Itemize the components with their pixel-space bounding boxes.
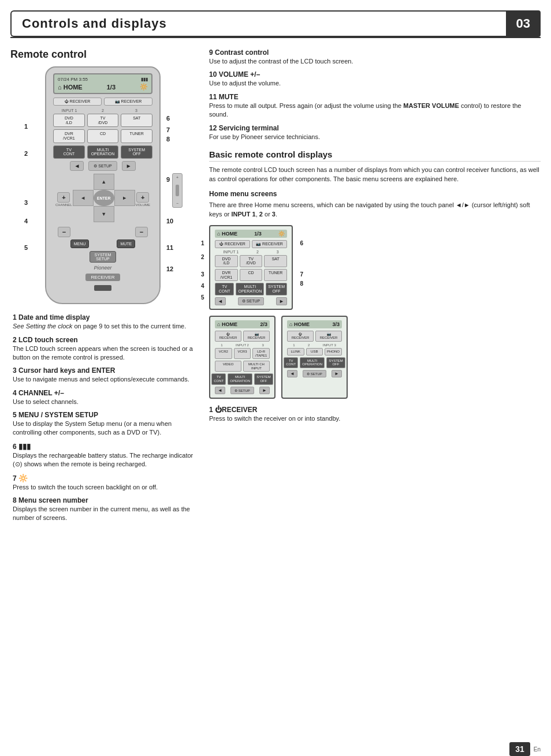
hsd2-tvcont[interactable]: TVCONT [211,373,226,384]
hsd-cd[interactable]: CD [240,269,263,281]
hsd3-usb[interactable]: USB [306,348,323,355]
system-setup-btn[interactable]: SYSTEMSETUP [90,251,117,263]
hsd2-vcr3[interactable]: VCR3 [234,348,251,359]
screen-2-3-row2: VIDEO MULTI CHINPUT [215,361,270,372]
hsd2-left[interactable]: ◄ [215,387,225,394]
contrast-slider[interactable]: + − [172,173,183,208]
btn-tv-dvd[interactable]: TV/DVD [87,114,119,127]
btn-dvr-vcr1[interactable]: DVR/VCR1 [53,129,85,143]
remote-diagram-container: 1 2 3 4 5 6 7 8 9 10 11 12 [22,66,184,304]
hsd-dvr[interactable]: DVR/VCR1 [215,269,238,281]
screen-2-3-row3: TVCONT MULTIOPERATION SYSTEMOFF [215,373,270,384]
screen-1-3-row3: TVCONT MULTIOPERATION SYSTEMOFF [215,283,287,295]
hsd3-multiop[interactable]: MULTIOPERATION [300,357,325,368]
volume-label: VOLUME [136,203,150,207]
hsd2-ldr-tape[interactable]: LD-R/TAPE1 [252,348,270,359]
btn-dvd-ld[interactable]: DVD/LD [53,114,85,127]
hsd2-video[interactable]: VIDEO [215,361,241,372]
btn-cd[interactable]: CD [87,129,119,143]
volume-minus[interactable]: − [135,227,148,237]
nav-enter[interactable]: ENTER [94,190,114,206]
desc-text-3: Use to navigate menus and select options… [13,375,195,384]
hsd-recv-1[interactable]: ⏻ RECEIVER [215,240,250,248]
hsd3-setup[interactable]: ⚙ SETUP [303,370,326,377]
hsd2-recv2[interactable]: 📷 RECEIVER [243,331,270,342]
hsd-setup[interactable]: ⚙ SETUP [238,297,264,305]
nav-left-arrow[interactable]: ◄ [70,161,84,171]
receiver-btn-1[interactable]: ⏻ RECEIVER [53,98,102,106]
channel-minus[interactable]: − [58,227,70,237]
hsd2-multiop[interactable]: MULTIOPERATION [228,373,252,384]
screen-1-3-header: ⌂ HOME 1/3 🔆 [215,230,287,238]
hsd-tv-cont[interactable]: TVCONT [215,283,234,295]
hsd2-multich[interactable]: MULTI CHINPUT [243,361,270,372]
desc-item-5: 5 MENU / SYSTEM SETUP Use to display the… [13,411,195,437]
hsd-dvd-ld[interactable]: DVD/LD [215,255,238,267]
desc-num-9: 9 [209,48,215,57]
desc-title-3: Cursor hard keys and ENTER [18,366,115,375]
hsd-sys-off[interactable]: SYSTEMOFF [266,283,287,295]
lcd-screen[interactable]: 07/24 PM 3:55 ▮▮▮ ⌂ HOME 1/3 🔆 [53,73,152,94]
hsd2-recv1[interactable]: ⏻ RECEIVER [215,331,241,342]
nav-up[interactable]: ▲ [94,174,114,190]
hsd-arrow-right[interactable]: ► [276,297,287,305]
hsd2-vcr2[interactable]: VCR2 [215,348,232,359]
menu-btn[interactable]: MENU [70,239,90,248]
hsd-multi-op[interactable]: MULTIOPERATION [236,283,264,295]
input-label-2: 2 [87,108,119,113]
hsd2-right[interactable]: ► [259,387,270,394]
screen-3-3-row1: LLINK USB PHONO [287,348,342,355]
screen-3-3: ⌂ HOME 3/3 ⏻ RECEIVER 📷 RECEIVER 1 2 INP… [281,316,348,399]
hsd3-phono[interactable]: PHONO [325,348,342,355]
hsd3-right[interactable]: ► [332,370,342,377]
desc-item-4: 4 CHANNEL +/– Use to select channels. [13,389,195,406]
volume-plus[interactable]: + [136,192,149,203]
home-icon-2: ⌂ HOME [217,321,237,327]
screen-callout-5: 5 [201,294,204,301]
hsd3-recv1[interactable]: ⏻ RECEIVER [287,331,314,342]
s3-in1: 1 [293,343,295,347]
setup-btn[interactable]: ⚙ SETUP [88,161,117,171]
hsd2-sysoff[interactable]: SYSTEMOFF [254,373,273,384]
hsd3-llink[interactable]: LLINK [287,348,304,355]
mute-btn[interactable]: MUTE [117,239,135,248]
basic-remote-title: Basic remote control displays [209,149,541,162]
screen-callout-7: 7 [300,271,303,278]
hsd3-recv2[interactable]: 📷 RECEIVER [315,331,342,342]
channel-plus[interactable]: + [57,192,70,203]
hsd-recv-2[interactable]: 📷 RECEIVER [252,240,287,248]
model-btn[interactable]: RECEIVER [85,274,121,281]
callout-11: 11 [166,244,173,251]
receiver-btn-2[interactable]: 📷 RECEIVER [104,98,152,106]
btn-multi-op[interactable]: MULTIOPERATION [87,145,119,159]
btn-tv-cont[interactable]: TVCONT [53,145,85,159]
btn-system-off[interactable]: SYSTEMOFF [121,145,152,159]
callout-1: 1 [24,123,28,130]
screen-1-3: ⌂ HOME 1/3 🔆 ⏻ RECEIVER 📷 RECEIVER INPUT… [209,225,293,310]
hsd-sat[interactable]: SAT [264,255,287,267]
hsd2-setup[interactable]: ⚙ SETUP [230,387,254,394]
callout-4: 4 [24,218,28,224]
screen-3-3-input-labels: 1 2 INPUT 3 [287,343,342,347]
menu-mute-row: MENU MUTE [53,239,152,248]
desc-text-4: Use to select channels. [13,398,195,406]
desc-text-recv: Press to switch the receiver on or into … [209,414,541,423]
hsd3-sysoff[interactable]: SYSTEMOFF [326,357,345,368]
screen-1-3-nav: ◄ ⚙ SETUP ► [215,297,287,305]
hsd-tuner[interactable]: TUNER [264,269,287,281]
hsd3-left[interactable]: ◄ [287,370,297,377]
nav-left[interactable]: ◄ [73,190,94,206]
nav-right[interactable]: ► [114,190,135,206]
btn-tuner[interactable]: TUNER [121,129,152,143]
screen-2-3-input-labels: 1 INPUT 2 3 [215,343,270,347]
model-row: RECEIVER [53,272,152,281]
nav-right-arrow[interactable]: ► [122,161,136,171]
channel-volume-minus-row: − − [53,227,152,237]
hsd3-tvcont[interactable]: TVCONT [284,357,298,368]
lcd-backlight: 🔆 [140,83,148,91]
nav-down[interactable]: ▼ [94,206,114,222]
btn-sat[interactable]: SAT [121,114,152,127]
desc-title-recv: ⏻RECEIVER [215,406,257,414]
hsd-arrow-left[interactable]: ◄ [215,297,226,305]
hsd-tv-dvd[interactable]: TV/DVD [240,255,263,267]
